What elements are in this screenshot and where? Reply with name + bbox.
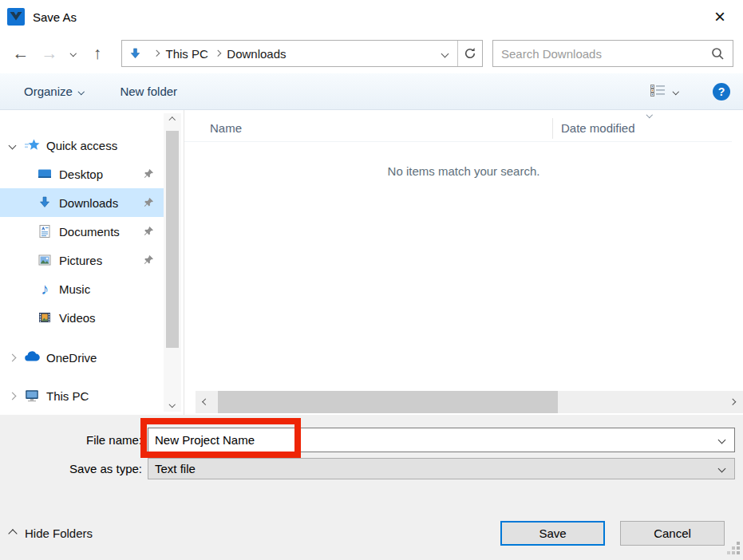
pin-icon <box>143 254 154 266</box>
sidebar-item-music[interactable]: ♪ Music <box>0 274 164 303</box>
save-as-type-label: Save as type: <box>0 458 142 479</box>
breadcrumb-chevron-icon <box>153 50 160 57</box>
file-name-label: File name: <box>0 428 142 452</box>
scrollbar-thumb[interactable] <box>218 391 558 413</box>
address-dropdown-icon[interactable] <box>441 49 449 57</box>
videos-icon <box>37 310 53 325</box>
hide-folders-button[interactable]: Hide Folders <box>10 521 93 546</box>
search-input[interactable] <box>493 47 711 61</box>
view-dropdown-icon[interactable] <box>672 89 678 95</box>
forward-icon: → <box>35 40 64 67</box>
pin-icon <box>143 226 154 237</box>
recent-locations-icon[interactable] <box>64 51 83 56</box>
sidebar-scrollbar[interactable] <box>164 113 181 412</box>
file-name-input[interactable] <box>148 433 719 447</box>
new-folder-label: New folder <box>120 85 177 98</box>
titlebar: Save As × <box>0 0 743 34</box>
chevron-right-icon[interactable] <box>0 355 24 361</box>
sidebar-item-downloads[interactable]: Downloads <box>0 188 164 217</box>
breadcrumb-this-pc[interactable]: This PC <box>166 47 208 61</box>
downloads-folder-icon <box>128 47 142 61</box>
sidebar-item-videos[interactable]: Videos <box>0 303 164 332</box>
refresh-icon <box>463 46 477 61</box>
scroll-up-icon[interactable] <box>164 113 181 128</box>
organize-button[interactable]: Organize <box>24 85 83 98</box>
address-bar[interactable]: This PC Downloads <box>121 40 483 67</box>
close-icon[interactable]: × <box>703 1 737 33</box>
sidebar-item-label: Videos <box>59 311 96 325</box>
desktop-icon <box>37 166 53 182</box>
sidebar-item-desktop[interactable]: Desktop <box>0 160 164 188</box>
pin-icon <box>143 197 154 208</box>
navigation-bar: ← → ↑ This PC Downloads <box>0 34 743 73</box>
dialog-footer: File name: Save as type: Text file Hide … <box>0 415 743 560</box>
view-list-icon[interactable] <box>650 85 666 99</box>
resize-grip-icon[interactable] <box>727 542 741 558</box>
scrollbar-thumb[interactable] <box>166 131 179 348</box>
sidebar-item-label: Downloads <box>59 196 118 210</box>
column-header-name[interactable]: Name <box>210 115 242 142</box>
search-box <box>492 40 733 67</box>
help-icon[interactable]: ? <box>713 83 730 101</box>
file-list: Name Date modified No items match your s… <box>184 110 743 415</box>
scroll-left-icon[interactable] <box>196 391 216 413</box>
back-icon[interactable]: ← <box>6 40 35 67</box>
organize-label: Organize <box>24 85 73 98</box>
save-as-type-dropdown[interactable]: Text file <box>148 458 735 479</box>
app-icon <box>6 7 26 26</box>
pin-icon <box>143 168 154 179</box>
column-header-date-modified[interactable]: Date modified <box>561 115 635 142</box>
save-button[interactable]: Save <box>500 521 605 546</box>
search-icon[interactable] <box>711 47 725 61</box>
column-filter-icon[interactable] <box>646 112 653 118</box>
onedrive-icon <box>24 349 40 365</box>
scroll-down-icon[interactable] <box>164 397 181 412</box>
chevron-right-icon[interactable] <box>0 393 24 399</box>
navigation-pane: Quick access Desktop <box>0 110 184 415</box>
quick-access-icon <box>24 137 40 153</box>
sidebar-item-label: This PC <box>46 389 89 403</box>
sidebar-item-quick-access[interactable]: Quick access <box>0 131 164 160</box>
empty-results-message: No items match your search. <box>184 164 743 178</box>
up-icon[interactable]: ↑ <box>83 40 112 67</box>
column-divider[interactable] <box>552 118 553 139</box>
sidebar-item-documents[interactable]: Documents <box>0 217 164 246</box>
sidebar-item-label: Quick access <box>46 139 117 152</box>
sidebar-item-label: Documents <box>59 225 120 239</box>
sidebar-item-onedrive[interactable]: OneDrive <box>0 343 164 372</box>
chevron-up-icon <box>8 529 17 538</box>
content-area: Quick access Desktop <box>0 110 743 415</box>
breadcrumb-downloads[interactable]: Downloads <box>227 47 286 61</box>
pictures-icon <box>37 252 53 268</box>
this-pc-icon <box>24 388 40 404</box>
cancel-button[interactable]: Cancel <box>620 521 725 546</box>
file-name-dropdown-icon[interactable] <box>718 436 726 444</box>
save-as-dialog: Save As × ← → ↑ This PC Downloads <box>0 0 743 560</box>
documents-icon <box>37 223 53 239</box>
refresh-button[interactable] <box>457 41 482 66</box>
sidebar-item-pictures[interactable]: Pictures <box>0 246 164 274</box>
new-folder-button[interactable]: New folder <box>120 85 177 98</box>
sidebar-item-label: OneDrive <box>46 351 97 365</box>
organize-dropdown-icon <box>78 89 85 95</box>
horizontal-scrollbar[interactable] <box>196 391 743 413</box>
chevron-down-icon[interactable] <box>0 143 24 148</box>
save-as-type-value: Text file <box>148 462 719 475</box>
sidebar-item-label: Desktop <box>59 168 103 181</box>
sidebar-item-label: Pictures <box>59 254 102 267</box>
downloads-icon <box>37 195 53 211</box>
command-toolbar: Organize New folder ? <box>0 73 743 110</box>
file-name-combobox <box>148 428 735 452</box>
scroll-right-icon[interactable] <box>722 391 743 413</box>
sidebar-item-this-pc[interactable]: This PC <box>0 381 164 410</box>
window-title: Save As <box>33 10 77 24</box>
sidebar-item-label: Music <box>59 282 90 296</box>
column-headers: Name Date modified <box>184 115 732 142</box>
music-icon: ♪ <box>37 281 53 297</box>
hide-folders-label: Hide Folders <box>25 526 93 540</box>
save-as-type-dropdown-icon <box>718 465 726 473</box>
breadcrumb-chevron-icon <box>215 50 221 57</box>
